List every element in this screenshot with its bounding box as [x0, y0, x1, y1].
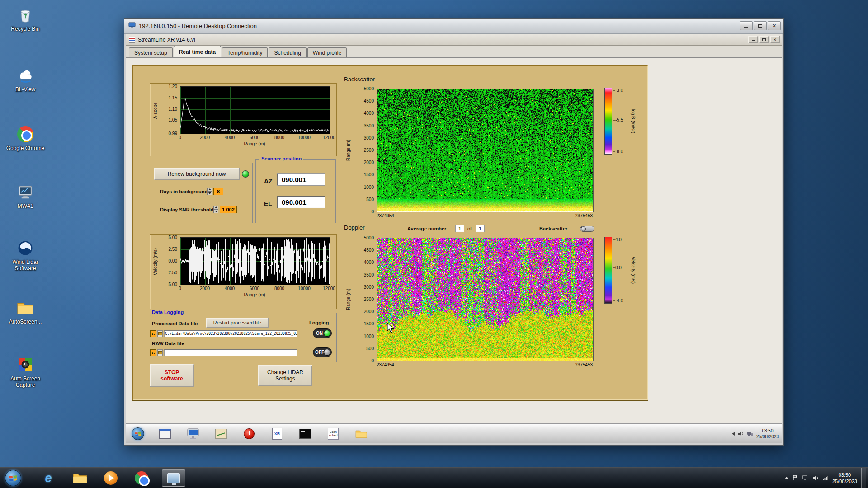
backscatter-display-toggle[interactable] — [580, 226, 594, 232]
desktop-icon-autoscreen[interactable]: AutoScreen... — [3, 298, 48, 325]
taskbar-file-explorer-icon[interactable] — [70, 469, 90, 487]
rays-in-background-value[interactable]: 8 — [213, 188, 223, 195]
raw-path-field[interactable] — [164, 349, 297, 356]
stop-button-line2: software — [160, 375, 183, 382]
tick-label: 1000 — [364, 333, 374, 338]
renew-background-button[interactable]: Renew background now — [154, 168, 240, 180]
maximize-button[interactable] — [754, 21, 767, 30]
volume-icon[interactable] — [812, 475, 818, 481]
colorbar-tick: 4.0 — [613, 237, 622, 242]
tick-label: 1.05 — [169, 117, 177, 122]
processed-path-field[interactable]: C:\Lidar\Data\Proc\2023\202308\20230825\… — [164, 330, 297, 337]
remote-taskbar-shutdown-icon[interactable] — [240, 426, 258, 441]
remote-clock[interactable]: 03:5025/08/2023 — [756, 428, 779, 440]
taskbar-rdp-button-active[interactable] — [162, 469, 185, 487]
scanner-position-group: Scanner position AZ 090.001 EL 090.001 — [255, 159, 336, 223]
desktop-icon-label: AutoScreen... — [3, 319, 48, 325]
tick-label: 2000 — [200, 286, 210, 291]
toggle-knob — [581, 226, 586, 231]
processed-logging-toggle[interactable]: ON — [313, 328, 332, 338]
tick-label: 3500 — [364, 272, 374, 277]
el-value[interactable]: 090.001 — [277, 196, 326, 208]
snr-threshold-value[interactable]: 1.002 — [220, 206, 237, 213]
desktop-icon-auto-screen-capture[interactable]: Auto Screen Capture — [3, 355, 48, 388]
snr-spinner[interactable] — [213, 206, 218, 213]
restart-processed-file-button[interactable]: Restart processed file — [206, 318, 269, 328]
desktop-icon-wind-lidar[interactable]: Wind Lidar Software — [3, 239, 48, 272]
tab-real-time-data[interactable]: Real time data — [174, 46, 221, 57]
doppler-x-end: 2375453 — [575, 362, 593, 367]
rays-spinner[interactable] — [207, 188, 212, 195]
velocity-y-ticks: 5.002.500.00-2.50-5.00 — [160, 237, 178, 284]
remote-taskbar-display-icon[interactable] — [184, 426, 202, 441]
tray-expand-icon[interactable] — [732, 432, 735, 436]
backscatter-toggle-label: Backscatter — [539, 226, 567, 231]
stop-software-button[interactable]: STOP software — [150, 364, 194, 387]
volume-icon[interactable] — [738, 431, 744, 436]
browse-folder-icon[interactable] — [157, 349, 163, 356]
tick-label: 10000 — [298, 135, 311, 140]
average-of-value[interactable]: 1 — [476, 225, 485, 232]
desktop-icon-recycle-bin[interactable]: Recycle Bin — [3, 5, 48, 32]
rdp-window-title: 192.168.0.150 - Remote Desktop Connectio… — [139, 23, 257, 29]
doppler-x-labels: 2374954 2375453 — [377, 362, 593, 367]
tab-temp-humidity[interactable]: Temp/humidity — [222, 47, 268, 57]
desktop-icon-mw41[interactable]: MW41 — [3, 183, 48, 209]
rdp-window: 192.168.0.150 - Remote Desktop Connectio… — [124, 18, 784, 446]
taskbar-internet-explorer-icon[interactable]: e — [38, 469, 59, 487]
az-value[interactable]: 090.001 — [277, 173, 326, 186]
doppler-section-title: Doppler — [344, 224, 365, 231]
data-logging-group-label: Data Logging — [150, 310, 185, 315]
remote-taskbar-file-explorer-icon[interactable] — [352, 426, 370, 441]
close-button[interactable]: ✕ — [768, 21, 781, 30]
network-icon[interactable] — [747, 431, 753, 436]
tick-label: 5000 — [364, 86, 374, 91]
drive-letter-icon[interactable]: C — [150, 330, 156, 337]
tab-wind-profile[interactable]: Wind profile — [307, 47, 347, 57]
tick-label: 12000 — [323, 135, 335, 140]
raw-logging-toggle[interactable]: OFF — [313, 347, 332, 357]
tick-label: 8000 — [274, 135, 284, 140]
doppler-colorbar-ticks: 4.0 0.0 -4.0 — [613, 237, 629, 304]
tick-label: 0.00 — [169, 258, 177, 263]
display-connect-icon[interactable] — [802, 475, 808, 481]
remote-taskbar-command-prompt-icon[interactable] — [296, 426, 314, 441]
tab-page-real-time-data: A-scope 1.201.151.101.050.99 02000400060… — [126, 58, 782, 423]
remote-taskbar-image-viewer-icon[interactable] — [212, 426, 230, 441]
colorbar-tick: 0.0 — [613, 265, 622, 270]
remote-taskbar-app-window-icon[interactable] — [156, 426, 174, 441]
colorbar-tick: -3.0 — [613, 88, 623, 93]
drive-letter-icon[interactable]: C — [150, 349, 156, 356]
remote-taskbar-streamline-vi-icon[interactable]: XR — [268, 426, 286, 441]
app-restore-button[interactable] — [759, 36, 769, 43]
desktop-icon-bl-view[interactable]: BL-View — [3, 66, 48, 93]
tick-label: 6000 — [250, 135, 259, 140]
tick-label: 0 — [179, 286, 181, 291]
rdp-icon — [128, 22, 136, 30]
taskbar-media-player-icon[interactable] — [100, 469, 121, 487]
tick-label: 500 — [366, 346, 374, 351]
app-minimize-button[interactable] — [748, 36, 758, 43]
rdp-titlebar[interactable]: 192.168.0.150 - Remote Desktop Connectio… — [124, 19, 783, 34]
app-titlebar[interactable]: StreamLine XR v14-6.vi ✕ — [126, 34, 782, 46]
show-desktop-button[interactable] — [861, 468, 866, 488]
browse-folder-icon[interactable] — [157, 330, 163, 337]
remote-start-button[interactable] — [129, 426, 147, 441]
tab-scheduling[interactable]: Scheduling — [269, 47, 306, 57]
change-lidar-settings-button[interactable]: Change LiDAR Settings — [258, 365, 312, 386]
remote-taskbar-scan-scheduler-icon[interactable]: Scansched — [324, 426, 342, 441]
app-close-button[interactable]: ✕ — [770, 36, 780, 43]
average-number-value[interactable]: 1 — [455, 225, 464, 232]
taskbar-chrome-icon[interactable] — [131, 469, 152, 487]
desktop-icon-google-chrome[interactable]: Google Chrome — [3, 125, 48, 151]
network-icon[interactable] — [822, 475, 828, 481]
tab-system-setup[interactable]: System setup — [129, 47, 173, 57]
minimize-button[interactable] — [740, 21, 753, 30]
start-button[interactable] — [3, 469, 24, 487]
tick-label: 3000 — [364, 284, 374, 289]
taskbar-clock[interactable]: 03:5025/08/2023 — [832, 472, 857, 484]
rays-in-background-label: Rays in background — [160, 189, 208, 194]
background-controls-group: Renew background now Rays in background … — [150, 163, 253, 223]
action-center-flag-icon[interactable] — [793, 475, 798, 481]
tray-expand-icon[interactable] — [785, 477, 788, 479]
